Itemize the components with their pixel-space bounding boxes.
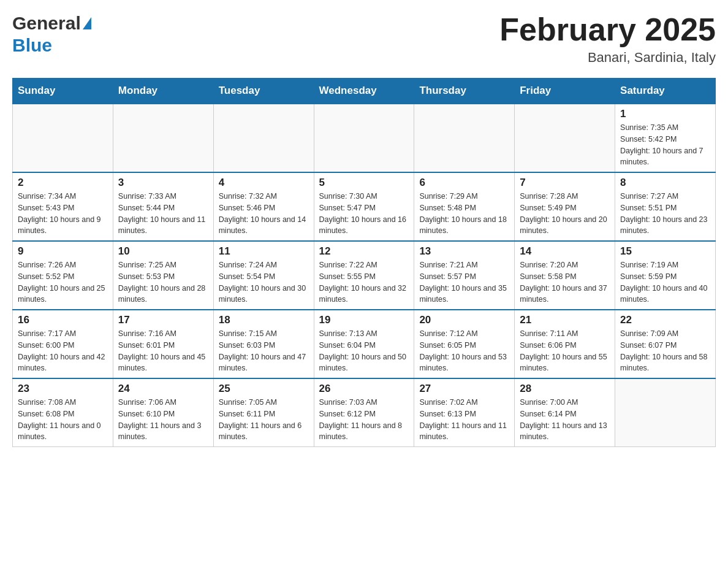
calendar-table: SundayMondayTuesdayWednesdayThursdayFrid… [12, 78, 716, 447]
calendar-cell: 24Sunrise: 7:06 AM Sunset: 6:10 PM Dayli… [113, 378, 213, 447]
calendar-cell: 4Sunrise: 7:32 AM Sunset: 5:46 PM Daylig… [213, 172, 314, 241]
calendar-cell: 13Sunrise: 7:21 AM Sunset: 5:57 PM Dayli… [414, 241, 515, 310]
weekday-header-friday: Friday [515, 79, 615, 104]
logo-blue-text: Blue [12, 35, 52, 55]
weekday-header-wednesday: Wednesday [314, 79, 414, 104]
day-info: Sunrise: 7:34 AM Sunset: 5:43 PM Dayligh… [18, 191, 108, 237]
calendar-cell [414, 104, 515, 172]
weekday-header-monday: Monday [113, 79, 213, 104]
calendar-cell: 18Sunrise: 7:15 AM Sunset: 6:03 PM Dayli… [213, 310, 314, 378]
weekday-header-thursday: Thursday [414, 79, 515, 104]
calendar-cell: 27Sunrise: 7:02 AM Sunset: 6:13 PM Dayli… [414, 378, 515, 447]
day-number: 14 [520, 245, 610, 258]
calendar-cell: 14Sunrise: 7:20 AM Sunset: 5:58 PM Dayli… [515, 241, 615, 310]
day-info: Sunrise: 7:05 AM Sunset: 6:11 PM Dayligh… [219, 397, 309, 443]
calendar-cell: 17Sunrise: 7:16 AM Sunset: 6:01 PM Dayli… [113, 310, 213, 378]
day-number: 22 [620, 314, 710, 326]
calendar-cell: 9Sunrise: 7:26 AM Sunset: 5:52 PM Daylig… [13, 241, 113, 310]
calendar-cell [13, 104, 113, 172]
day-number: 15 [620, 245, 710, 258]
day-info: Sunrise: 7:00 AM Sunset: 6:14 PM Dayligh… [520, 397, 610, 443]
day-info: Sunrise: 7:16 AM Sunset: 6:01 PM Dayligh… [118, 328, 208, 374]
day-number: 4 [219, 177, 309, 189]
day-number: 18 [219, 314, 309, 326]
calendar-cell: 23Sunrise: 7:08 AM Sunset: 6:08 PM Dayli… [13, 378, 113, 447]
calendar-cell: 7Sunrise: 7:28 AM Sunset: 5:49 PM Daylig… [515, 172, 615, 241]
week-row-1: 1Sunrise: 7:35 AM Sunset: 5:42 PM Daylig… [13, 104, 716, 172]
calendar-cell: 21Sunrise: 7:11 AM Sunset: 6:06 PM Dayli… [515, 310, 615, 378]
day-number: 7 [520, 177, 610, 189]
calendar-cell: 8Sunrise: 7:27 AM Sunset: 5:51 PM Daylig… [615, 172, 716, 241]
day-info: Sunrise: 7:08 AM Sunset: 6:08 PM Dayligh… [18, 397, 108, 443]
day-info: Sunrise: 7:33 AM Sunset: 5:44 PM Dayligh… [118, 191, 208, 237]
day-info: Sunrise: 7:03 AM Sunset: 6:12 PM Dayligh… [319, 397, 409, 443]
calendar-cell: 25Sunrise: 7:05 AM Sunset: 6:11 PM Dayli… [213, 378, 314, 447]
day-number: 5 [319, 177, 409, 189]
week-row-3: 9Sunrise: 7:26 AM Sunset: 5:52 PM Daylig… [13, 241, 716, 310]
day-number: 13 [419, 245, 509, 258]
day-number: 1 [620, 108, 710, 120]
day-number: 28 [520, 383, 610, 395]
weekday-header-saturday: Saturday [615, 79, 716, 104]
calendar-cell [615, 378, 716, 447]
logo-general-text: General [12, 12, 81, 34]
weekday-header-tuesday: Tuesday [213, 79, 314, 104]
calendar-cell [113, 104, 213, 172]
calendar-cell: 3Sunrise: 7:33 AM Sunset: 5:44 PM Daylig… [113, 172, 213, 241]
day-number: 27 [419, 383, 509, 395]
location: Banari, Sardinia, Italy [499, 50, 716, 66]
day-info: Sunrise: 7:35 AM Sunset: 5:42 PM Dayligh… [620, 122, 710, 168]
calendar-cell: 26Sunrise: 7:03 AM Sunset: 6:12 PM Dayli… [314, 378, 414, 447]
calendar-cell: 28Sunrise: 7:00 AM Sunset: 6:14 PM Dayli… [515, 378, 615, 447]
calendar-cell [515, 104, 615, 172]
logo-triangle-icon [83, 17, 91, 29]
day-info: Sunrise: 7:26 AM Sunset: 5:52 PM Dayligh… [18, 259, 108, 305]
day-number: 9 [18, 245, 108, 258]
page-header: General Blue February 2025 Banari, Sardi… [12, 12, 716, 66]
weekday-header-sunday: Sunday [13, 79, 113, 104]
logo: General Blue [12, 12, 91, 56]
day-number: 16 [18, 314, 108, 326]
logo-general-row: General [12, 12, 91, 34]
day-number: 2 [18, 177, 108, 189]
day-info: Sunrise: 7:28 AM Sunset: 5:49 PM Dayligh… [520, 191, 610, 237]
weekday-header-row: SundayMondayTuesdayWednesdayThursdayFrid… [13, 79, 716, 104]
day-number: 10 [118, 245, 208, 258]
calendar-cell: 15Sunrise: 7:19 AM Sunset: 5:59 PM Dayli… [615, 241, 716, 310]
week-row-4: 16Sunrise: 7:17 AM Sunset: 6:00 PM Dayli… [13, 310, 716, 378]
day-info: Sunrise: 7:17 AM Sunset: 6:00 PM Dayligh… [18, 328, 108, 374]
day-info: Sunrise: 7:22 AM Sunset: 5:55 PM Dayligh… [319, 259, 409, 305]
calendar-cell: 6Sunrise: 7:29 AM Sunset: 5:48 PM Daylig… [414, 172, 515, 241]
calendar-cell: 2Sunrise: 7:34 AM Sunset: 5:43 PM Daylig… [13, 172, 113, 241]
calendar-cell [314, 104, 414, 172]
calendar-cell: 19Sunrise: 7:13 AM Sunset: 6:04 PM Dayli… [314, 310, 414, 378]
day-number: 24 [118, 383, 208, 395]
day-info: Sunrise: 7:13 AM Sunset: 6:04 PM Dayligh… [319, 328, 409, 374]
day-number: 11 [219, 245, 309, 258]
day-number: 12 [319, 245, 409, 258]
day-info: Sunrise: 7:30 AM Sunset: 5:47 PM Dayligh… [319, 191, 409, 237]
day-info: Sunrise: 7:21 AM Sunset: 5:57 PM Dayligh… [419, 259, 509, 305]
calendar-cell: 12Sunrise: 7:22 AM Sunset: 5:55 PM Dayli… [314, 241, 414, 310]
calendar-cell: 5Sunrise: 7:30 AM Sunset: 5:47 PM Daylig… [314, 172, 414, 241]
calendar-cell: 16Sunrise: 7:17 AM Sunset: 6:00 PM Dayli… [13, 310, 113, 378]
day-number: 26 [319, 383, 409, 395]
week-row-5: 23Sunrise: 7:08 AM Sunset: 6:08 PM Dayli… [13, 378, 716, 447]
day-info: Sunrise: 7:02 AM Sunset: 6:13 PM Dayligh… [419, 397, 509, 443]
week-row-2: 2Sunrise: 7:34 AM Sunset: 5:43 PM Daylig… [13, 172, 716, 241]
title-area: February 2025 Banari, Sardinia, Italy [499, 12, 716, 66]
calendar-cell: 22Sunrise: 7:09 AM Sunset: 6:07 PM Dayli… [615, 310, 716, 378]
day-info: Sunrise: 7:32 AM Sunset: 5:46 PM Dayligh… [219, 191, 309, 237]
day-number: 8 [620, 177, 710, 189]
day-info: Sunrise: 7:25 AM Sunset: 5:53 PM Dayligh… [118, 259, 208, 305]
day-info: Sunrise: 7:20 AM Sunset: 5:58 PM Dayligh… [520, 259, 610, 305]
day-number: 25 [219, 383, 309, 395]
day-info: Sunrise: 7:15 AM Sunset: 6:03 PM Dayligh… [219, 328, 309, 374]
day-number: 3 [118, 177, 208, 189]
day-number: 17 [118, 314, 208, 326]
calendar-cell: 10Sunrise: 7:25 AM Sunset: 5:53 PM Dayli… [113, 241, 213, 310]
calendar-cell: 1Sunrise: 7:35 AM Sunset: 5:42 PM Daylig… [615, 104, 716, 172]
day-number: 19 [319, 314, 409, 326]
day-info: Sunrise: 7:12 AM Sunset: 6:05 PM Dayligh… [419, 328, 509, 374]
day-info: Sunrise: 7:19 AM Sunset: 5:59 PM Dayligh… [620, 259, 710, 305]
